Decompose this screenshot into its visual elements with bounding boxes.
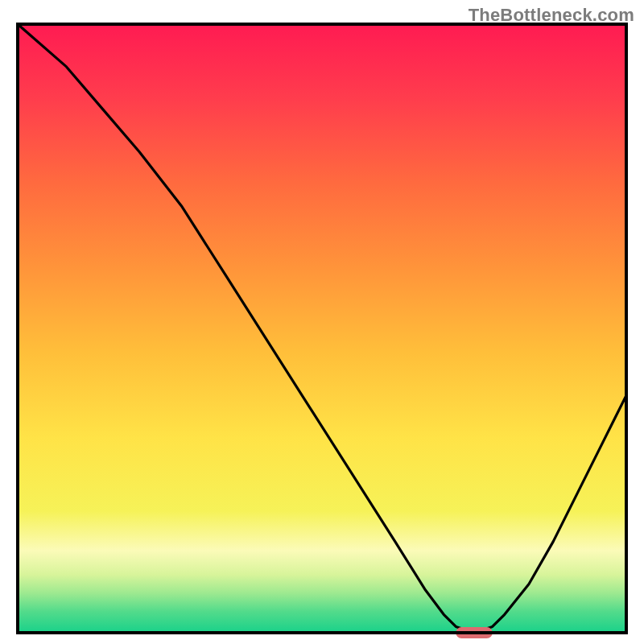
watermark-text: TheBottleneck.com — [469, 5, 634, 26]
bottleneck-chart — [0, 0, 644, 644]
